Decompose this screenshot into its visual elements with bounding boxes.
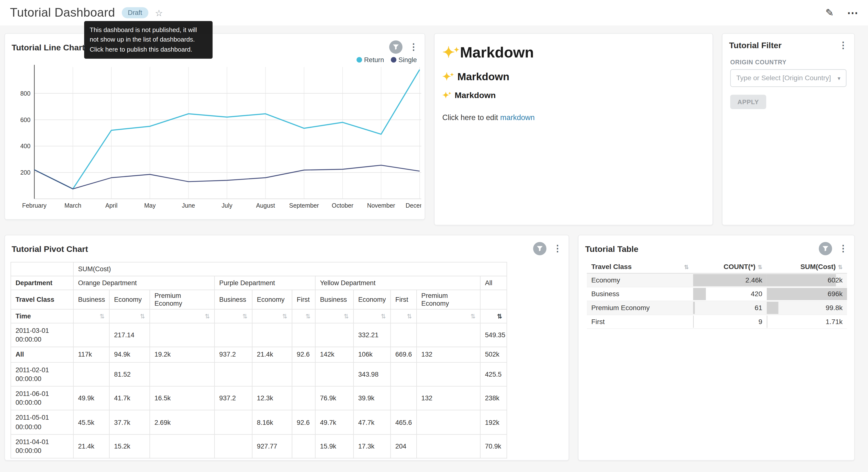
data-table: Travel Class⇅COUNT(*)⇅SUM(Cost)⇅ Economy…: [587, 261, 847, 329]
pivot-cell: 192k: [480, 410, 507, 434]
table-column-header[interactable]: SUM(Cost)⇅: [767, 261, 847, 273]
pivot-row: 2011-03-01 00:00:00217.14332.21549.35: [11, 323, 507, 347]
pivot-cell: 204: [391, 434, 416, 458]
pivot-cell: [214, 434, 252, 458]
pivot-table: SUM(Cost)DepartmentOrange DepartmentPurp…: [10, 262, 507, 459]
edit-markdown-link[interactable]: markdown: [500, 114, 535, 122]
sort-icon[interactable]: ⇅: [497, 313, 502, 319]
pivot-sort-header[interactable]: ⇅: [109, 309, 150, 323]
pivot-leaf-header: Premium Economy: [416, 290, 480, 309]
x-axis-tick: November: [367, 202, 395, 209]
pivot-sort-header[interactable]: ⇅: [391, 309, 416, 323]
filter-indicator-icon[interactable]: [533, 242, 546, 255]
table-column-header[interactable]: Travel Class⇅: [587, 261, 693, 273]
table-row: Economy2.46k602k: [587, 273, 847, 287]
sort-icon[interactable]: ⇅: [242, 313, 247, 319]
x-axis-tick: December: [406, 202, 421, 209]
sort-icon[interactable]: ⇅: [758, 264, 763, 270]
pivot-sort-header[interactable]: ⇅: [353, 309, 391, 323]
pivot-sort-header[interactable]: ⇅: [480, 309, 507, 323]
markdown-card: ✦✦Markdown ✦✦Markdown ✦✦Markdown Click h…: [434, 33, 713, 226]
pivot-cell: 21.4k: [73, 434, 109, 458]
sparkle-icon: ✦✦: [442, 44, 459, 61]
kebab-menu-icon[interactable]: ⋮: [409, 42, 418, 51]
pivot-sort-header[interactable]: ⇅: [150, 309, 214, 323]
sort-icon[interactable]: ⇅: [99, 313, 105, 319]
pivot-row-label: 2011-05-01 00:00:00: [11, 410, 73, 434]
legend-item-single[interactable]: Single: [391, 56, 417, 64]
sort-icon[interactable]: ⇅: [838, 264, 843, 270]
column-label: COUNT(*): [723, 263, 755, 271]
header-actions: ✎ ⋯: [826, 6, 858, 19]
column-label: Travel Class: [591, 263, 631, 271]
pivot-sort-header[interactable]: ⇅: [252, 309, 292, 323]
card-actions: ⋮: [533, 242, 562, 255]
kebab-menu-icon[interactable]: ⋮: [553, 244, 562, 253]
cell-value: 420: [751, 290, 763, 298]
sort-icon[interactable]: ⇅: [470, 313, 475, 319]
pivot-leaf-header: Business: [315, 290, 353, 309]
sort-icon[interactable]: ⇅: [282, 313, 287, 319]
pivot-cell: 16.5k: [150, 386, 214, 410]
pivot-sort-header[interactable]: ⇅: [292, 309, 315, 323]
sort-icon[interactable]: ⇅: [344, 313, 349, 319]
apply-button[interactable]: APPLY: [730, 95, 766, 109]
pivot-cell: 217.14: [109, 323, 150, 347]
pivot-cell: 19.2k: [150, 347, 214, 362]
sum-cell: 602k: [767, 273, 847, 287]
pivot-cell: 425.5: [480, 362, 507, 386]
pivot-row-dimension-label: Department: [11, 276, 73, 290]
pivot-cell: 343.98: [353, 362, 391, 386]
legend-item-return[interactable]: Return: [356, 56, 384, 64]
kebab-menu-icon[interactable]: ⋮: [839, 244, 847, 253]
sort-icon[interactable]: ⇅: [205, 313, 210, 319]
pivot-cell: 76.9k: [315, 386, 353, 410]
kebab-menu-icon[interactable]: ⋮: [839, 40, 847, 50]
pivot-row: 2011-06-01 00:00:0049.9k41.7k16.5k937.21…: [11, 386, 507, 410]
pivot-leaf-header: Economy: [252, 290, 292, 309]
pivot-col-dimension-label: Travel Class: [11, 290, 73, 309]
value-bar: [693, 302, 695, 314]
pivot-cell: 12.3k: [252, 386, 292, 410]
value-bar: [767, 302, 778, 314]
card-header: Tutorial Filter ⋮: [722, 34, 854, 53]
origin-country-select[interactable]: Type or Select [Origin Country] ▾: [730, 69, 846, 87]
sort-icon[interactable]: ⇅: [305, 313, 311, 319]
pivot-cell: 2.69k: [150, 410, 214, 434]
draft-badge[interactable]: Draft: [122, 7, 148, 18]
pivot-cell: [391, 362, 416, 386]
pivot-corner-cell: [11, 262, 73, 276]
pivot-chart-title: Tutorial Pivot Chart: [12, 244, 88, 253]
chevron-down-icon: ▾: [838, 75, 840, 81]
pivot-leaf-header: [480, 290, 507, 309]
travel-class-cell: Premium Economy: [587, 301, 693, 315]
filter-indicator-icon[interactable]: [819, 242, 832, 255]
pivot-sort-header[interactable]: ⇅: [416, 309, 480, 323]
travel-class-cell: Business: [587, 287, 693, 301]
filter-indicator-icon[interactable]: [389, 40, 402, 54]
table-column-header[interactable]: COUNT(*)⇅: [693, 261, 767, 273]
funnel-icon: [393, 44, 399, 50]
card-actions: ⋮: [389, 40, 418, 54]
cta-text: Click here to edit: [442, 114, 498, 122]
pivot-row: 2011-02-01 00:00:0081.52343.98425.5: [11, 362, 507, 386]
cell-value: 61: [754, 304, 762, 312]
pivot-cell: [416, 362, 480, 386]
sort-icon[interactable]: ⇅: [140, 313, 145, 319]
pivot-cell: 41.7k: [109, 386, 150, 410]
pivot-cell: 92.6: [292, 410, 315, 434]
favorite-star-icon[interactable]: ☆: [155, 7, 163, 18]
pivot-cell: 49.9k: [73, 386, 109, 410]
edit-pencil-icon[interactable]: ✎: [826, 7, 834, 19]
pivot-sort-header[interactable]: ⇅: [73, 309, 109, 323]
sort-icon[interactable]: ⇅: [407, 313, 412, 319]
pivot-sort-header[interactable]: ⇅: [214, 309, 252, 323]
pivot-sort-header[interactable]: ⇅: [315, 309, 353, 323]
sort-icon[interactable]: ⇅: [684, 264, 689, 270]
x-axis-tick: July: [221, 202, 232, 209]
sort-icon[interactable]: ⇅: [381, 313, 386, 319]
header-more-menu-icon[interactable]: ⋯: [847, 6, 858, 19]
table-row: Premium Economy6199.8k: [587, 301, 847, 315]
sparkle-icon: ✦✦: [442, 71, 454, 83]
pivot-cell: [292, 434, 315, 458]
